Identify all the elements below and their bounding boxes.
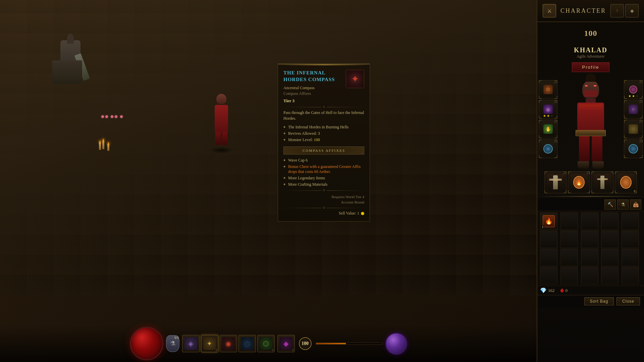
inv-slot-0-4[interactable] [622,213,639,230]
bag-button[interactable]: 👜 [630,199,641,209]
inv-slot-1-1[interactable] [560,231,578,248]
skill-key-q: 2 [272,348,274,352]
skill-slot-q[interactable]: ⬡ 2 [257,335,275,352]
inv-slot-2-0[interactable] [540,249,557,266]
status-counters: 💎 162 0 [537,286,644,295]
tab-paragon[interactable]: ↑ [610,4,624,17]
inv-slot-1-3[interactable] [601,231,619,248]
sell-value: Sell Value: 1 [283,211,364,216]
close-button[interactable]: Close [616,297,640,305]
inv-slot-3-1[interactable] [560,267,578,284]
slot-x-icon: ✕ [639,81,642,84]
panel-header: ⚔ CHARACTER ↑ ◆ [537,0,644,22]
inv-item-helm: 🔥 [542,215,555,228]
flask-icon: ⚗ [621,202,625,207]
inv-slot-3-4[interactable] [622,267,639,284]
affix-legendary-items: More Legendary Items [283,175,364,181]
level-hud-badge: 100 [299,337,312,350]
skill-slot-lmb[interactable]: ◉ [220,335,237,352]
potion-button[interactable]: ⚗ [617,199,629,209]
inv-slot-0-3[interactable] [601,213,619,230]
exp-bar-container [316,343,383,345]
inv-slot-2-1[interactable] [560,249,578,266]
panel-tab-icons: ⚔ [543,4,556,17]
inv-slot-0-0[interactable]: 🔥 3 [540,213,557,230]
equip-slot-helm[interactable]: ✕ ⛦ [539,80,557,99]
skill-slot-1[interactable]: ◈ [182,335,200,352]
skill-q-icon: ⬡ [260,337,272,350]
skill-slot-2[interactable]: ✦ 2 [201,335,218,352]
slot-x-icon: ✕ [639,140,642,143]
equip-slot-amulet[interactable]: ✕ ★★★ [624,80,643,99]
character-model-display [557,80,624,169]
right-skill-bar: ◆ 2 [277,335,295,352]
equip-slot-secondary-weapon[interactable] [591,171,613,193]
equip-slot-offhand[interactable]: ✕ 🔥 [568,171,590,193]
inv-slot-2-4[interactable] [622,249,639,266]
inv-slot-2-2[interactable] [581,249,598,266]
inv-slot-3-2[interactable] [581,267,598,284]
divider-3 [283,208,364,208]
potion-quantity: 9/9 [174,336,179,340]
skill-slot-e[interactable]: ◆ 2 [277,335,295,352]
equip-left-column: ✕ ⛦ ✕ ◉ ★★★ ✕ [539,80,557,169]
character-identity: 100 KHALAD Agile Adventurer Profile [537,22,644,79]
bottom-hud: ⚗ 9/9 ◈ ✦ 2 ◉ ◌ ⬡ 2 ◆ 2 100 [0,325,537,362]
affixes-list: Wave Cap 6 Bonus Chest with a guaranteed… [283,157,364,188]
inv-slot-1-0[interactable] [540,231,557,248]
resource-orb [385,333,407,355]
tab-stats[interactable]: ◆ [625,4,639,17]
affix-monster-level: Monster Level: 100 [283,137,364,143]
divider-1 [283,107,364,107]
inv-slot-1-4[interactable] [622,231,639,248]
skill-2-icon: ✦ [203,337,216,350]
item-icon [346,70,364,88]
equip-slot-gloves[interactable]: ✕ ✋ [539,120,557,138]
weapon1-item-icon [547,174,564,191]
inv-slot-2-3[interactable] [601,249,619,266]
inv-slot-0-1[interactable] [560,213,578,230]
candle-1 [102,141,104,149]
stats-icon: ◆ [630,8,634,14]
inv-slot-3-0[interactable] [540,267,557,284]
base-affixes-list: The Infernal Hordes in Burning Hells Rev… [283,124,364,143]
panel-action-icons: ↑ ◆ [610,4,639,17]
item-quantity: 3 [541,225,544,229]
candle-3 [99,142,101,150]
secondary-offhand-item-icon: II [618,174,634,191]
level-display: 100 [543,29,639,38]
skill-1-icon: ◈ [184,337,197,350]
sort-bag-button[interactable]: Sort Bag [584,297,614,305]
inv-slot-1-2[interactable] [581,231,598,248]
equip-slot-boots[interactable]: ✕ [624,120,643,138]
profile-button[interactable]: Profile [572,62,610,72]
equip-slot-ring1[interactable]: ✕ ○ [539,139,557,158]
blood-shard-icon: 💎 [540,287,547,294]
slot-x-icon: ✕ [639,120,642,124]
skill-rmb-icon: ◌ [241,337,254,350]
slot-x-icon: ✕ [554,120,556,124]
gloves-item-icon: ✋ [541,122,555,136]
health-orb [130,327,163,360]
inv-slot-3-3[interactable] [601,267,619,284]
inv-slot-0-2[interactable] [581,213,598,230]
equip-slot-legs[interactable]: ✕ II [624,100,643,119]
skill-lmb-icon: ◉ [222,337,235,350]
equip-right-column: ✕ ★★★ ✕ II ✕ [624,80,643,169]
potion-slot[interactable]: ⚗ 9/9 [166,335,179,352]
character-class: Agile Adventurer [543,54,639,59]
equip-slot-chest[interactable]: ✕ ◉ ★★★ [539,100,557,119]
slot-x-icon: ✕ [639,101,642,104]
inventory-divider [537,196,644,197]
affix-crafting-materials: More Crafting Materials [283,181,364,188]
blood-shard-counter: 💎 162 [540,287,555,294]
tab-class[interactable]: ⚔ [543,4,556,17]
equip-slot-weapon1[interactable]: ✕ [544,171,567,193]
player-character [208,94,235,141]
equip-slot-ring2[interactable]: ✕ [624,139,643,158]
inventory-grid: 🔥 3 [537,211,644,286]
craft-button[interactable]: 🔨 [604,199,616,209]
equip-slot-secondary-offhand[interactable]: II [615,171,637,193]
bag-icon: 👜 [633,202,639,207]
skill-slot-rmb[interactable]: ◌ [238,335,256,352]
